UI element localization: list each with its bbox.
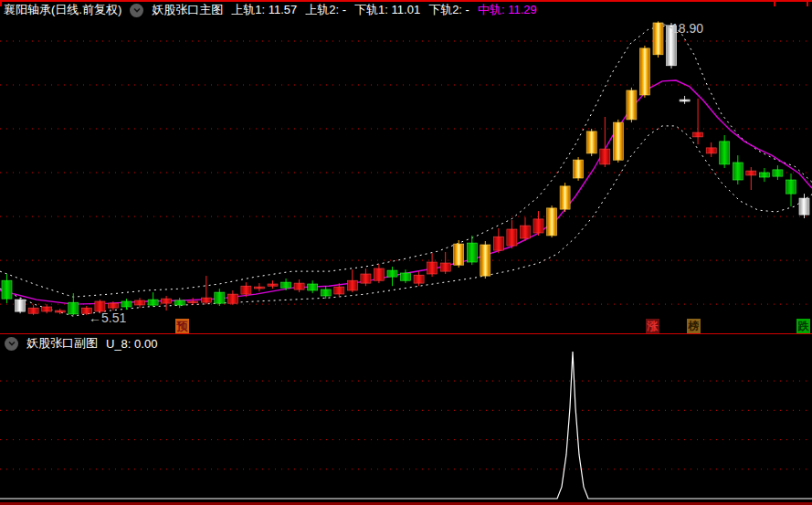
tag-rise[interactable]: 涨	[646, 319, 659, 333]
border-tick	[807, 0, 808, 6]
upper-band-1-value: 上轨1: 11.57	[231, 2, 297, 18]
chevron-down-glyph	[7, 339, 16, 348]
low-price-label: ←5.51	[89, 310, 126, 325]
lower-band-1-value: 下轨1: 11.01	[354, 2, 420, 18]
sub-chart-header: 妖股张口副图 U_8: 0.00	[0, 333, 812, 352]
mid-band-value: 中轨: 11.29	[478, 2, 537, 18]
chevron-down-icon[interactable]	[5, 337, 18, 351]
upper-band-2-value: 上轨2: -	[305, 2, 346, 18]
stock-app-window: 襄阳轴承(日线.前复权) 妖股张口主图 上轨1: 11.57 上轨2: - 下轨…	[0, 0, 812, 505]
chevron-down-glyph	[132, 5, 142, 15]
main-indicator-title: 妖股张口主图	[152, 2, 223, 18]
tag-fall[interactable]: 跌	[796, 319, 810, 333]
tag-forecast[interactable]: 预	[175, 319, 189, 333]
main-chart-header: 襄阳轴承(日线.前复权) 妖股张口主图 上轨1: 11.57 上轨2: - 下轨…	[0, 2, 812, 18]
sub-indicator-value: U_8: 0.00	[106, 337, 157, 351]
sub-chart-plot[interactable]	[0, 352, 812, 503]
high-price-label: 18.90	[671, 21, 703, 36]
border-tick	[0, 0, 2, 6]
sub-indicator-title: 妖股张口副图	[26, 335, 98, 352]
window-top-border	[0, 0, 812, 2]
main-chart-plot[interactable]	[0, 18, 812, 334]
lower-band-2-value: 下轨2: -	[428, 2, 469, 18]
chevron-down-icon[interactable]	[130, 4, 143, 17]
border-tick	[774, 0, 775, 6]
tag-board[interactable]: 榜	[687, 319, 701, 333]
stock-title: 襄阳轴承(日线.前复权)	[4, 2, 121, 18]
